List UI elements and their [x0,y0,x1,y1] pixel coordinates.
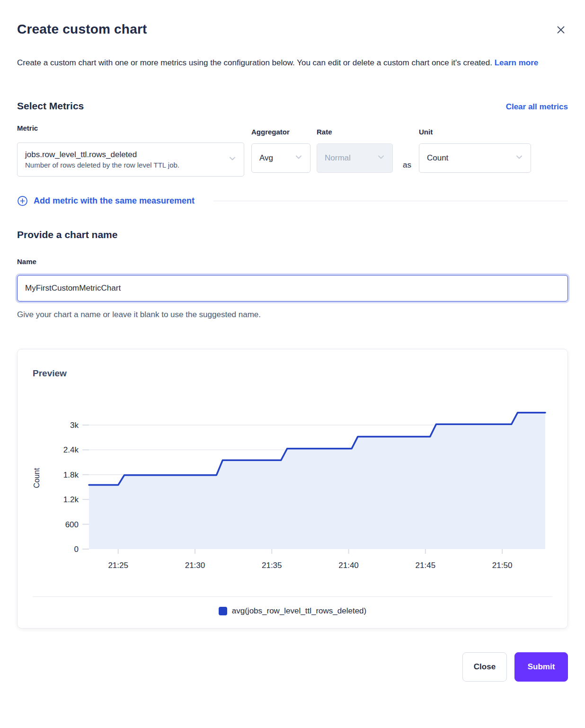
aggregator-label: Aggregator [251,128,310,136]
legend-label: avg(jobs_row_level_ttl_rows_deleted) [232,606,366,616]
chevron-down-icon [294,152,303,164]
rate-label: Rate [317,128,393,136]
name-helper-text: Give your chart a name or leave it blank… [17,310,568,320]
create-custom-chart-modal: Create custom chart Create a custom char… [0,0,585,682]
svg-text:21:35: 21:35 [262,561,282,570]
rate-select-value: Normal [325,153,372,163]
preview-card: Preview 06001.2k1.8k2.4k3k21:2521:3021:3… [17,349,568,629]
metric-select-description: Number of rows deleted by the row level … [25,161,223,169]
metric-select-value: jobs.row_level_ttl.rows_deleted [25,150,223,160]
chevron-down-icon [514,152,524,164]
svg-text:21:45: 21:45 [416,561,436,570]
name-label: Name [17,257,568,266]
unit-select-value: Count [427,153,510,163]
close-button[interactable]: Close [462,652,507,682]
svg-text:Count: Count [33,468,41,488]
svg-text:2.4k: 2.4k [63,445,79,454]
svg-text:1.8k: 1.8k [63,471,79,479]
metric-select[interactable]: jobs.row_level_ttl.rows_deleted Number o… [17,142,244,177]
as-label: as [403,160,411,170]
unit-select[interactable]: Count [419,143,531,173]
metric-label: Metric [17,124,244,132]
add-metric-row: Add metric with the same measurement [17,195,568,206]
divider [213,201,568,201]
unit-column: Unit Count [419,128,531,173]
svg-text:600: 600 [65,520,79,529]
description-text: Create a custom chart with one or more m… [17,58,492,67]
metrics-section-header: Select Metrics Clear all metrics [17,100,568,112]
learn-more-link[interactable]: Learn more [495,58,539,67]
chart-name-input[interactable] [17,275,568,302]
aggregator-select[interactable]: Avg [251,143,310,173]
chevron-down-icon [376,152,386,164]
aggregator-select-value: Avg [259,153,289,163]
svg-text:21:40: 21:40 [338,561,359,570]
metric-row: Metric jobs.row_level_ttl.rows_deleted N… [17,124,568,177]
modal-header: Create custom chart [17,22,568,37]
select-metrics-heading: Select Metrics [17,100,84,112]
close-icon[interactable] [554,23,568,37]
chart-legend: avg(jobs_row_level_ttl_rows_deleted) [33,606,552,616]
divider [33,596,552,597]
add-metric-label: Add metric with the same measurement [34,196,195,206]
aggregator-column: Aggregator Avg [251,128,310,173]
metric-column: Metric jobs.row_level_ttl.rows_deleted N… [17,124,244,177]
clear-all-metrics-link[interactable]: Clear all metrics [506,102,568,112]
step-area-chart: 06001.2k1.8k2.4k3k21:2521:3021:3521:4021… [33,398,553,574]
rate-column: Rate Normal [317,128,393,173]
unit-label: Unit [419,128,531,136]
chart-name-heading: Provide a chart name [17,229,568,240]
svg-text:21:30: 21:30 [185,561,205,570]
svg-text:21:50: 21:50 [492,561,513,570]
rate-select: Normal [317,143,393,173]
preview-chart: 06001.2k1.8k2.4k3k21:2521:3021:3521:4021… [33,398,552,576]
modal-footer: Close Submit [17,652,568,682]
svg-text:21:25: 21:25 [108,561,128,570]
legend-swatch [219,607,227,615]
chevron-down-icon [228,154,237,165]
svg-text:3k: 3k [70,421,79,430]
submit-button[interactable]: Submit [514,652,568,682]
preview-heading: Preview [33,368,552,379]
svg-text:1.2k: 1.2k [63,495,79,504]
plus-circle-icon [17,195,28,206]
add-metric-link[interactable]: Add metric with the same measurement [17,195,195,206]
svg-text:0: 0 [74,545,79,554]
page-title: Create custom chart [17,22,147,37]
modal-description: Create a custom chart with one or more m… [17,54,568,72]
